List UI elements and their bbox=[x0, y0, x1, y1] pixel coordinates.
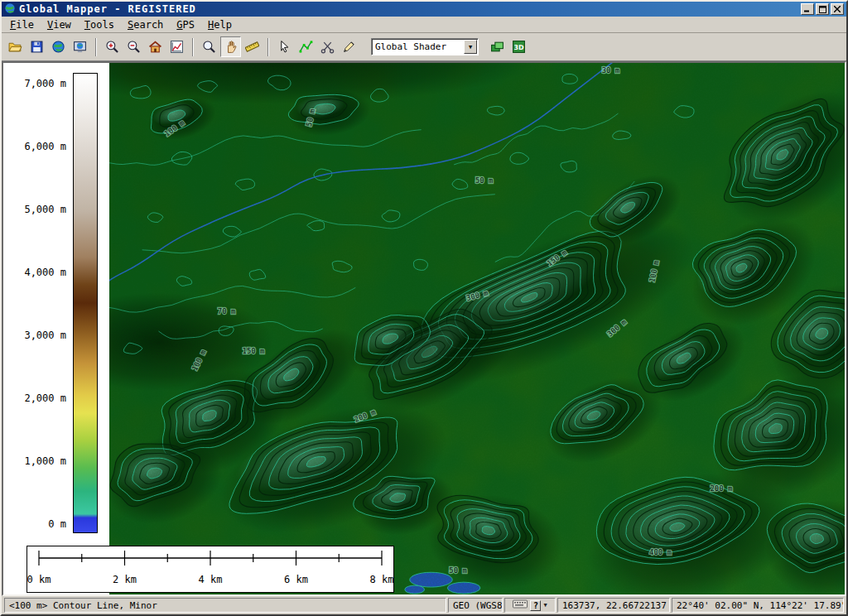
save-workspace-button[interactable] bbox=[26, 36, 47, 57]
menu-view[interactable]: View bbox=[41, 17, 78, 32]
svg-text:3D: 3D bbox=[513, 44, 524, 51]
status-message: <100 m> Contour Line, Minor bbox=[4, 598, 446, 613]
menu-gps[interactable]: GPS bbox=[170, 17, 201, 32]
svg-text:8 km: 8 km bbox=[370, 574, 393, 585]
map-viewport[interactable]: 100 m50 m50 m30 m70 m150 m100 m300 m150 … bbox=[109, 63, 845, 594]
legend-label: 1,000 m bbox=[5, 455, 66, 467]
contour-label: 70 m bbox=[218, 307, 235, 315]
toolbar-main-buttons bbox=[5, 36, 359, 57]
hand-icon bbox=[224, 40, 238, 54]
menu-search[interactable]: Search bbox=[121, 17, 170, 32]
open-file-button[interactable] bbox=[5, 36, 26, 57]
cube-3d-icon: 3D bbox=[512, 40, 526, 54]
legend-label: 4,000 m bbox=[5, 267, 66, 278]
scissors-icon bbox=[320, 40, 335, 54]
magnifier-icon bbox=[202, 40, 216, 54]
shader-dropdown-value: Global Shader bbox=[372, 41, 463, 52]
path-select-icon bbox=[299, 40, 313, 54]
ruler-icon bbox=[245, 40, 259, 54]
toolbar: Global Shader ▼ 3D bbox=[2, 33, 846, 61]
legend-label: 7,000 m bbox=[5, 78, 66, 89]
zoom-out-icon bbox=[127, 40, 141, 54]
feature-info-tool-button[interactable] bbox=[296, 36, 316, 57]
contour-label: 30 m bbox=[602, 66, 619, 75]
svg-text:4 km: 4 km bbox=[199, 574, 223, 585]
svg-text:0 km: 0 km bbox=[27, 574, 51, 585]
chart-icon bbox=[170, 40, 184, 54]
status-coordinates: 163737, 22.66722137 ) bbox=[557, 598, 670, 613]
titlebar: Global Mapper - REGISTERED bbox=[2, 2, 846, 17]
digitizer-tool-button[interactable] bbox=[339, 36, 359, 57]
crop-tool-button[interactable] bbox=[317, 36, 338, 57]
scale-bar: 0 km2 km4 km6 km8 km bbox=[26, 546, 394, 593]
minimize-button[interactable] bbox=[801, 3, 814, 15]
maximize-button[interactable] bbox=[816, 3, 829, 15]
globe-icon bbox=[51, 40, 65, 54]
menubar: FileViewToolsSearchGPSHelp bbox=[2, 17, 846, 33]
chevron-down-icon[interactable]: ▼ bbox=[543, 602, 547, 609]
help-button[interactable]: ? bbox=[530, 600, 541, 611]
pan-tool-button[interactable] bbox=[220, 36, 241, 57]
zoom-out-button[interactable] bbox=[123, 36, 144, 57]
menu-help[interactable]: Help bbox=[201, 17, 238, 32]
contour-label: 50 m bbox=[475, 176, 493, 185]
keyboard-icon[interactable] bbox=[513, 599, 528, 612]
toolbar-right-buttons: 3D bbox=[487, 36, 529, 57]
svg-text:2 km: 2 km bbox=[113, 574, 137, 585]
terrain-map[interactable]: 100 m50 m50 m30 m70 m150 m100 m300 m150 … bbox=[109, 63, 845, 594]
legend-label: 6,000 m bbox=[5, 141, 66, 152]
status-latlon: 22°40' 02.00" N, 114°22' 17.89" E bbox=[672, 598, 844, 613]
app-window: Global Mapper - REGISTERED FileViewTools… bbox=[0, 0, 848, 616]
legend-label: 5,000 m bbox=[5, 204, 66, 215]
legend-label: 3,000 m bbox=[5, 330, 66, 341]
status-projection: GEO (WGS8 bbox=[448, 598, 503, 613]
pen-icon bbox=[342, 40, 356, 54]
full-view-button[interactable] bbox=[145, 36, 166, 57]
shader-dropdown[interactable]: Global Shader ▼ bbox=[371, 38, 479, 55]
folder-icon bbox=[8, 40, 22, 54]
cursor-icon bbox=[277, 40, 292, 54]
zoom-in-icon bbox=[105, 40, 119, 54]
measure-tool-button[interactable] bbox=[242, 36, 263, 57]
zoom-tool-button[interactable] bbox=[199, 36, 219, 57]
svg-text:6 km: 6 km bbox=[284, 574, 308, 585]
elevation-gradient-bar bbox=[73, 73, 98, 533]
load-remote-data-button[interactable] bbox=[48, 36, 69, 57]
window-controls bbox=[801, 3, 844, 15]
toolbar-separator bbox=[267, 38, 269, 56]
scale-bar-graphic: 0 km2 km4 km6 km8 km bbox=[27, 546, 393, 592]
menu-file[interactable]: File bbox=[3, 17, 41, 32]
view-3d-button[interactable]: 3D bbox=[508, 36, 529, 57]
overlay-control-center-button[interactable] bbox=[487, 36, 508, 57]
statusbar: <100 m> Contour Line, Minor GEO (WGS8 ? … bbox=[2, 596, 846, 614]
toolbar-separator bbox=[95, 38, 97, 56]
contour-label: 150 m bbox=[243, 347, 265, 355]
contour-label: 50 m bbox=[449, 566, 466, 575]
elevation-legend: 7,000 m6,000 m5,000 m4,000 m3,000 m2,000… bbox=[3, 63, 109, 594]
zoom-in-button[interactable] bbox=[102, 36, 123, 57]
contour-label: 200 m bbox=[710, 484, 732, 493]
zoom-to-scale-button[interactable] bbox=[166, 36, 187, 57]
chevron-down-icon[interactable]: ▼ bbox=[464, 40, 477, 54]
globe-app-icon bbox=[4, 2, 16, 17]
legend-label: 2,000 m bbox=[5, 392, 66, 404]
close-button[interactable] bbox=[831, 3, 844, 15]
layers-icon bbox=[490, 40, 504, 54]
menu-tools[interactable]: Tools bbox=[78, 17, 121, 32]
floppy-icon bbox=[30, 40, 44, 54]
monitor-icon bbox=[73, 40, 87, 54]
window-title: Global Mapper - REGISTERED bbox=[19, 3, 196, 15]
legend-label: 0 m bbox=[5, 518, 66, 530]
contour-label: 400 m bbox=[649, 548, 672, 556]
select-tool-button[interactable] bbox=[274, 36, 295, 57]
capture-screen-button[interactable] bbox=[70, 36, 90, 57]
map-workspace: 7,000 m6,000 m5,000 m4,000 m3,000 m2,000… bbox=[2, 61, 846, 596]
home-icon bbox=[148, 40, 162, 54]
status-tools: ? ▼ bbox=[504, 598, 556, 613]
toolbar-separator bbox=[192, 38, 194, 56]
